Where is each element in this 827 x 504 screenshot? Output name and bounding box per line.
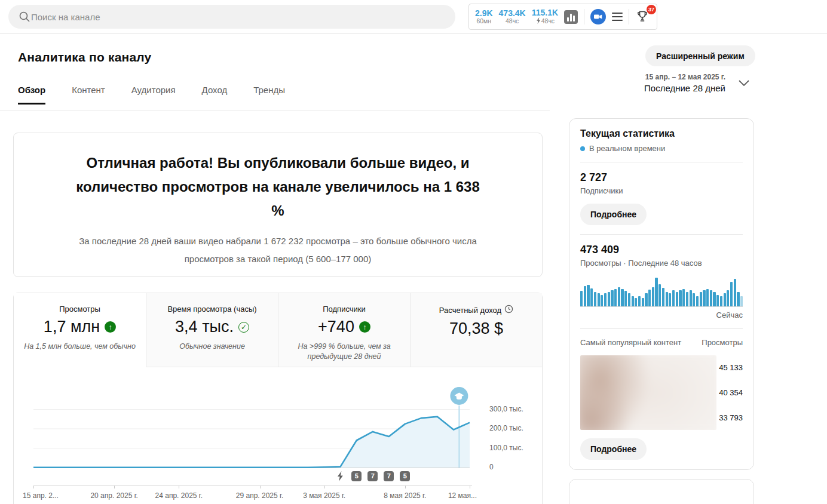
vidiq-stat-48h-views[interactable]: 473.4K 48чс [499,9,526,25]
next-card-partial [569,479,754,504]
search-input[interactable] [31,12,446,22]
separator [629,9,629,24]
clock-icon [504,305,513,315]
top-content-views-header: Просмотры [702,338,743,347]
vidiq-camera-icon[interactable] [590,9,606,24]
date-range-text: 15 апр. – 12 мая 2025 г. [644,73,725,81]
hamburger-menu-icon[interactable] [612,13,623,21]
published-videos-badge[interactable]: 5 [351,471,362,481]
tab-content[interactable]: Контент [72,85,105,105]
date-preset-text: Последние 28 дней [644,83,725,93]
realtime-card: Текущая статистика В реальном времени 2 … [569,118,754,470]
x-axis-line [33,485,472,486]
metric-tab-subscribers[interactable]: Подписчики +740↑ На >999 % больше, чем з… [278,293,410,367]
analytics-tabs: Обзор Контент Аудитория Доход Тренды [18,85,285,105]
separator [584,9,584,24]
top-content-views: 45 133 [716,363,743,372]
line-chart-svg [33,378,472,475]
realtime-bar-chart[interactable] [580,278,743,307]
shorts-event-icon[interactable] [335,471,345,481]
shorts-icon [535,17,541,26]
top-content-views: 40 354 [716,388,743,397]
check-circle-icon: ✓ [238,322,249,333]
tab-audience[interactable]: Аудитория [131,85,176,105]
up-arrow-icon: ↑ [105,321,116,333]
blurred-thumbnails[interactable] [580,355,716,430]
top-content-header: Самый популярный контент [580,338,681,347]
trophy-badge-count: 37 [647,5,656,14]
views-48h-count: 473 409 [580,244,743,256]
youtube-studio-analytics-page: 2.9K 60мн 473.4K 48чс 115.1K 48чс [0,0,827,504]
metric-tabs: Просмотры 1,7 млн↑ На 1,5 млн больше, че… [14,293,542,367]
top-content-details-button[interactable]: Подробнее [580,438,647,460]
search-bar[interactable] [8,5,455,29]
advanced-mode-button[interactable]: Расширенный режим [645,45,755,66]
topbar: 2.9K 60мн 473.4K 48чс 115.1K 48чс [0,0,827,34]
analytics-chart-card: Просмотры 1,7 млн↑ На 1,5 млн больше, че… [13,293,543,504]
highlight-headline: Отличная работа! Вы опубликовали больше … [69,151,487,223]
subscribers-details-button[interactable]: Подробнее [580,204,647,225]
trophy-icon[interactable]: 37 [635,9,651,24]
tab-revenue[interactable]: Доход [202,85,228,105]
published-videos-badge[interactable]: 7 [384,471,394,481]
search-icon [18,10,31,23]
highlight-subtext: За последние 28 дней ваши видео набрали … [66,232,490,268]
metric-tab-watch-time[interactable]: Время просмотра (часы) 3,4 тыс.✓ Обычное… [146,293,278,367]
subscribers-label: Подписчики [580,186,743,195]
realtime-sidebar: Текущая статистика В реальном времени 2 … [569,118,754,504]
realtime-label: В реальном времени [589,144,665,153]
divider [580,162,743,162]
published-videos-badge[interactable]: 7 [367,471,378,481]
metric-tab-revenue[interactable]: Расчетный доход 70,38 $ [410,293,542,367]
bar-chart-icon[interactable] [564,10,578,24]
views-48h-label: Просмотры · Последние 48 часов [580,259,743,268]
live-dot-icon [580,146,585,151]
vidiq-stat-48h-shorts[interactable]: 115.1K 48чс [532,8,558,26]
now-label: Сейчас [580,311,743,319]
tabs-underline [0,110,550,110]
views-line-chart[interactable]: 300,0 тыс.200,0 тыс.100,0 тыс.0 5775 15 … [14,367,542,504]
date-range-picker[interactable]: 15 апр. – 12 мая 2025 г. Последние 28 дн… [644,73,749,93]
page-title: Аналитика по каналу [18,50,151,64]
divider [580,234,743,235]
tab-trends[interactable]: Тренды [253,85,285,105]
divider [580,328,743,329]
vidiq-toolbar: 2.9K 60мн 473.4K 48чс 115.1K 48чс [468,4,657,30]
realtime-title: Текущая статистика [580,128,743,139]
tab-overview[interactable]: Обзор [18,85,45,105]
chevron-down-icon [739,80,749,86]
vidiq-stat-60min[interactable]: 2.9K 60мн [475,9,493,25]
up-arrow-icon: ↑ [359,321,370,333]
subscribers-count: 2 727 [580,171,743,184]
published-videos-badge[interactable]: 5 [400,471,410,481]
highlight-card: Отличная работа! Вы опубликовали больше … [13,133,543,277]
metric-tab-views[interactable]: Просмотры 1,7 млн↑ На 1,5 млн больше, че… [14,293,146,367]
top-content-views: 33 793 [716,413,743,422]
